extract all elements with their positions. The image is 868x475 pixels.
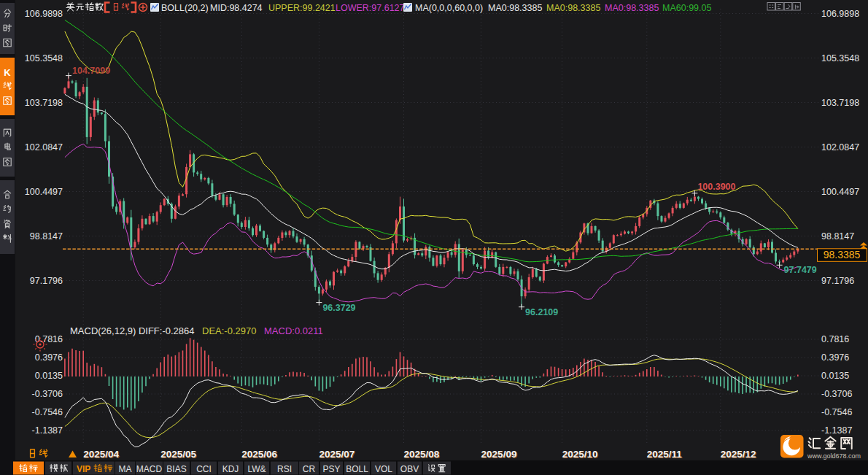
svg-text:BOLL(20,2): BOLL(20,2): [161, 3, 209, 13]
svg-text:2025/08: 2025/08: [404, 449, 440, 460]
svg-text:0.3976: 0.3976: [35, 352, 63, 363]
svg-text:100.3900: 100.3900: [697, 182, 735, 192]
svg-text:VIP: VIP: [77, 464, 90, 474]
svg-text:CR: CR: [303, 464, 316, 474]
svg-text:2025/07: 2025/07: [319, 449, 354, 460]
svg-text:MA0:98.3385: MA0:98.3385: [546, 3, 600, 13]
svg-text:98.3385: 98.3385: [824, 249, 861, 260]
svg-text:2025/06: 2025/06: [241, 449, 277, 460]
svg-text:2025/10: 2025/10: [562, 449, 598, 460]
svg-text:MA(0,0,0,60,0,0): MA(0,0,0,60,0,0): [415, 3, 483, 13]
svg-text:-1.1387: -1.1387: [821, 425, 852, 436]
svg-text:MA60:99.05: MA60:99.05: [662, 3, 711, 13]
svg-text:106.9898: 106.9898: [25, 9, 63, 19]
svg-text:104.7099: 104.7099: [72, 66, 110, 76]
svg-text:UPPER:99.2421: UPPER:99.2421: [268, 3, 336, 13]
svg-text:96.2109: 96.2109: [525, 307, 558, 317]
svg-text:0.0135: 0.0135: [35, 371, 63, 381]
svg-text:0.7816: 0.7816: [821, 334, 849, 344]
svg-text:97.1796: 97.1796: [30, 276, 63, 286]
svg-text:OBV: OBV: [400, 464, 419, 474]
svg-text:2025/09: 2025/09: [481, 449, 517, 460]
svg-text:2025/11: 2025/11: [647, 449, 683, 460]
svg-text:105.3548: 105.3548: [821, 53, 859, 63]
svg-text:MACD:0.0211: MACD:0.0211: [264, 325, 323, 336]
svg-text:MA: MA: [119, 464, 132, 474]
svg-text:MACD: MACD: [136, 464, 163, 474]
svg-text:98.8147: 98.8147: [821, 231, 854, 242]
svg-text:MA0:98.3385: MA0:98.3385: [488, 3, 542, 13]
svg-text:-0.3706: -0.3706: [32, 389, 63, 399]
svg-text:0.3976: 0.3976: [821, 352, 849, 363]
svg-text:97.7479: 97.7479: [784, 265, 817, 275]
svg-text:-0.3706: -0.3706: [821, 389, 852, 399]
svg-text:100.4497: 100.4497: [821, 187, 859, 197]
svg-text:DEA:-0.2970: DEA:-0.2970: [202, 325, 256, 336]
svg-text:97.1796: 97.1796: [821, 276, 854, 286]
svg-text:106.9898: 106.9898: [821, 9, 859, 19]
svg-text:LOWER:97.6127: LOWER:97.6127: [336, 3, 405, 13]
svg-text:BOLL: BOLL: [346, 464, 368, 474]
svg-text:-0.7546: -0.7546: [821, 407, 852, 417]
svg-text:2025/12: 2025/12: [721, 449, 756, 460]
svg-text:-0.7546: -0.7546: [32, 407, 63, 417]
svg-text:100.4497: 100.4497: [25, 187, 63, 197]
svg-text:0.7816: 0.7816: [35, 334, 63, 344]
svg-text:0.0135: 0.0135: [821, 371, 849, 381]
svg-text:2025/05: 2025/05: [160, 449, 196, 460]
svg-text:102.0847: 102.0847: [25, 142, 63, 152]
svg-text:98.8147: 98.8147: [30, 231, 63, 242]
svg-text:K: K: [4, 67, 11, 78]
svg-text:VOL: VOL: [375, 464, 392, 474]
svg-text:103.7198: 103.7198: [25, 98, 63, 108]
svg-text:MACD(26,12,9) DIFF:-0.2864: MACD(26,12,9) DIFF:-0.2864: [70, 325, 195, 336]
svg-text:KDJ: KDJ: [222, 464, 239, 474]
svg-text:BIAS: BIAS: [166, 464, 186, 474]
svg-text:RSI: RSI: [277, 464, 292, 474]
svg-text:103.7198: 103.7198: [821, 98, 859, 108]
svg-text:-1.1387: -1.1387: [32, 425, 63, 436]
svg-text:MID:98.4274: MID:98.4274: [210, 3, 263, 13]
svg-text:96.3729: 96.3729: [322, 303, 355, 313]
svg-text:102.0847: 102.0847: [821, 142, 859, 152]
svg-text:CCI: CCI: [196, 464, 212, 474]
svg-text:LW&: LW&: [247, 464, 266, 474]
svg-text:MA0:98.3385: MA0:98.3385: [605, 3, 659, 13]
svg-text:2025/04: 2025/04: [83, 449, 119, 460]
svg-text:PSY: PSY: [322, 464, 340, 474]
svg-text:www.gold678.com: www.gold678.com: [807, 452, 861, 460]
svg-text:105.3548: 105.3548: [25, 53, 63, 63]
